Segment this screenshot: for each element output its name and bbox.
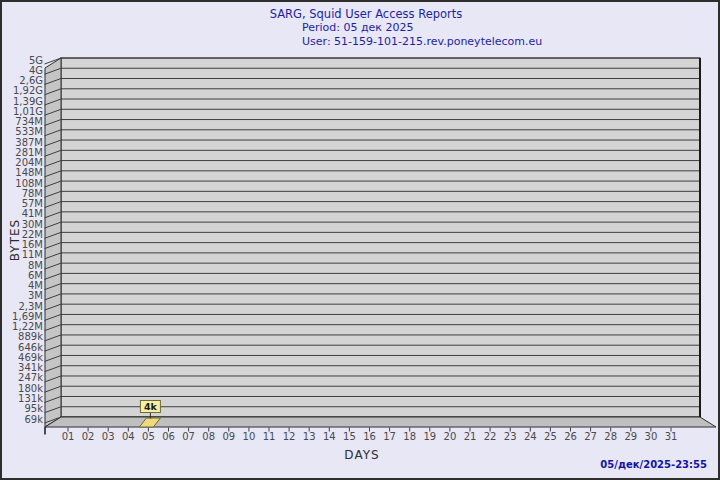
x-tick-label: 01 [62, 431, 75, 442]
x-tick-label: 24 [524, 431, 537, 442]
x-tick-label: 21 [464, 431, 477, 442]
generated-timestamp: 05/дек/2025-23:55 [600, 459, 707, 470]
x-tick-label: 22 [484, 431, 497, 442]
plot-back-wall [61, 58, 700, 417]
x-tick-label: 19 [423, 431, 436, 442]
report-user: User: 51-159-101-215.rev.poneytelecom.eu [14, 35, 718, 49]
x-tick-label: 15 [343, 431, 356, 442]
bar-chart: 5G4G2,6G1,92G1,39G1,01G734M533M387M281M2… [2, 2, 718, 478]
x-tick-label: 10 [243, 431, 256, 442]
y-axis-title: BYTES [8, 188, 22, 292]
x-tick-label: 25 [544, 431, 557, 442]
report-period: Period: 05 дек 2025 [14, 21, 718, 35]
x-tick-label: 30 [645, 431, 658, 442]
report-header: SARG, Squid User Access Reports Period: … [14, 7, 718, 49]
x-tick-label: 11 [263, 431, 276, 442]
x-tick-label: 02 [82, 431, 95, 442]
x-tick-label: 05 [142, 431, 155, 442]
x-tick-label: 03 [102, 431, 115, 442]
x-tick-label: 17 [383, 431, 396, 442]
bar-value-label: 4k [144, 401, 158, 412]
report-title: SARG, Squid User Access Reports [14, 7, 718, 21]
x-tick-label: 13 [303, 431, 316, 442]
y-tick-label: 69k [24, 414, 43, 425]
x-tick-label: 14 [323, 431, 336, 442]
x-tick-label: 07 [182, 431, 195, 442]
x-tick-label: 23 [504, 431, 517, 442]
x-tick-label: 29 [624, 431, 637, 442]
x-tick-label: 31 [665, 431, 678, 442]
x-axis-title: DAYS [310, 448, 414, 462]
x-tick-label: 16 [363, 431, 376, 442]
sarg-report-page: 5G4G2,6G1,92G1,39G1,01G734M533M387M281M2… [0, 0, 720, 480]
x-tick-label: 09 [222, 431, 235, 442]
x-tick-label: 18 [403, 431, 416, 442]
x-tick-label: 08 [202, 431, 215, 442]
plot-side-wall [45, 58, 61, 427]
x-tick-label: 04 [122, 431, 135, 442]
x-tick-label: 12 [283, 431, 296, 442]
x-tick-label: 28 [604, 431, 617, 442]
x-tick-label: 26 [564, 431, 577, 442]
x-tick-label: 27 [584, 431, 597, 442]
x-tick-label: 06 [162, 431, 175, 442]
x-tick-label: 20 [444, 431, 457, 442]
